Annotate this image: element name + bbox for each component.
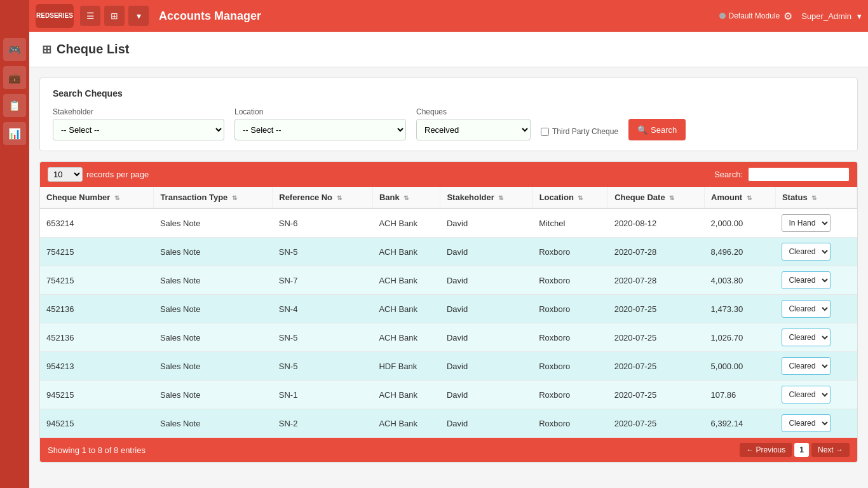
gear-icon[interactable]: ⚙: [783, 10, 792, 22]
current-page: 1: [794, 443, 809, 457]
sidebar-item-chart[interactable]: 📊: [3, 122, 26, 145]
cell-cheque-date: 2020-07-25: [608, 409, 705, 438]
cell-bank: ACH Bank: [372, 238, 440, 266]
status-select[interactable]: In Hand Cleared: [782, 214, 831, 232]
cell-location: Roxboro: [532, 323, 608, 352]
cell-status: In Hand Cleared: [775, 266, 857, 295]
cheque-table: Cheque Number ⇅ Transaction Type ⇅ Refer…: [40, 187, 857, 438]
cell-status: In Hand Cleared: [775, 323, 857, 352]
col-reference-no[interactable]: Reference No ⇅: [273, 187, 373, 208]
third-party-checkbox[interactable]: [541, 128, 549, 136]
table-header-row: Cheque Number ⇅ Transaction Type ⇅ Refer…: [40, 187, 857, 208]
cell-transaction-type: Sales Note: [154, 266, 273, 295]
cell-status: In Hand Cleared: [775, 208, 857, 238]
col-stakeholder[interactable]: Stakeholder ⇅: [440, 187, 532, 208]
cell-transaction-type: Sales Note: [154, 323, 273, 352]
status-select[interactable]: In Hand Cleared: [782, 386, 831, 403]
sidebar-item-games[interactable]: 🎮: [3, 38, 26, 61]
table-search-input[interactable]: [748, 167, 850, 182]
col-amount[interactable]: Amount ⇅: [705, 187, 776, 208]
table-row: 653214 Sales Note SN-6 ACH Bank David Mi…: [40, 208, 857, 238]
pagination: ← Previous 1 Next →: [740, 443, 850, 457]
cell-cheque-number: 452136: [40, 295, 154, 323]
col-transaction-type[interactable]: Transaction Type ⇅: [154, 187, 273, 208]
user-info[interactable]: Super_Admin: [801, 11, 851, 21]
cell-transaction-type: Sales Note: [154, 381, 273, 409]
cell-status: In Hand Cleared: [775, 381, 857, 409]
cell-reference-no: SN-5: [273, 323, 373, 352]
cell-cheque-date: 2020-07-25: [608, 295, 705, 323]
cell-amount: 2,000.00: [705, 208, 776, 238]
cell-transaction-type: Sales Note: [154, 352, 273, 381]
cell-cheque-date: 2020-07-28: [608, 266, 705, 295]
cell-location: Roxboro: [532, 266, 608, 295]
next-page-button[interactable]: Next →: [811, 443, 850, 457]
status-select[interactable]: In Hand Cleared: [782, 329, 831, 346]
per-page-label: records per page: [86, 170, 149, 179]
main-area: RED SERIES ☰ ⊞ ▾ Accounts Manager Defaul…: [29, 0, 868, 488]
cheques-label: Cheques: [416, 107, 531, 116]
page-title: Cheque List: [57, 42, 129, 57]
stakeholder-group: Stakeholder -- Select --: [53, 107, 224, 140]
cell-bank: ACH Bank: [372, 381, 440, 409]
cell-reference-no: SN-5: [273, 352, 373, 381]
table-row: 754215 Sales Note SN-5 ACH Bank David Ro…: [40, 238, 857, 266]
status-select[interactable]: In Hand Cleared: [782, 414, 831, 432]
dropdown-button[interactable]: ▾: [128, 6, 149, 26]
cell-status: In Hand Cleared: [775, 238, 857, 266]
col-status[interactable]: Status ⇅: [775, 187, 857, 208]
cell-bank: ACH Bank: [372, 208, 440, 238]
prev-page-button[interactable]: ← Previous: [740, 443, 792, 457]
table-row: 954213 Sales Note SN-5 HDF Bank David Ro…: [40, 352, 857, 381]
per-page-select[interactable]: 10 25 50: [48, 167, 83, 182]
cell-status: In Hand Cleared: [775, 409, 857, 438]
cell-stakeholder: David: [440, 208, 532, 238]
third-party-group: Third Party Cheque: [541, 127, 618, 140]
cell-cheque-number: 452136: [40, 323, 154, 352]
third-party-label: Third Party Cheque: [552, 127, 618, 136]
col-cheque-date[interactable]: Cheque Date ⇅: [608, 187, 705, 208]
status-select[interactable]: In Hand Cleared: [782, 300, 831, 318]
sidebar-item-book[interactable]: 📋: [3, 94, 26, 117]
cell-bank: HDF Bank: [372, 352, 440, 381]
location-select[interactable]: -- Select --: [234, 119, 406, 140]
cell-transaction-type: Sales Note: [154, 295, 273, 323]
status-select[interactable]: In Hand Cleared: [782, 243, 831, 261]
col-cheque-number[interactable]: Cheque Number ⇅: [40, 187, 154, 208]
cheques-select[interactable]: ReceivedIssued: [416, 119, 531, 140]
cell-bank: ACH Bank: [372, 409, 440, 438]
cell-reference-no: SN-2: [273, 409, 373, 438]
table-footer: Showing 1 to 8 of 8 entries ← Previous 1…: [40, 438, 857, 462]
logo: RED SERIES: [36, 4, 74, 28]
table-panel: 10 25 50 records per page Search: Cheque…: [39, 161, 858, 463]
hamburger-button[interactable]: ☰: [80, 6, 100, 26]
search-icon: 🔍: [637, 125, 648, 135]
cell-status: In Hand Cleared: [775, 295, 857, 323]
status-select[interactable]: In Hand Cleared: [782, 271, 831, 289]
location-label: Location: [234, 107, 406, 116]
user-dropdown-icon[interactable]: ▾: [857, 11, 862, 21]
cell-reference-no: SN-7: [273, 266, 373, 295]
module-label: Default Module: [729, 11, 780, 20]
table-toolbar: 10 25 50 records per page Search:: [40, 162, 857, 187]
table-row: 945215 Sales Note SN-2 ACH Bank David Ro…: [40, 409, 857, 438]
cell-cheque-date: 2020-07-25: [608, 381, 705, 409]
cell-amount: 107.86: [705, 381, 776, 409]
cell-bank: ACH Bank: [372, 295, 440, 323]
status-select[interactable]: In Hand Cleared: [782, 357, 831, 375]
cell-reference-no: SN-4: [273, 295, 373, 323]
page-header: ⊞ Cheque List: [29, 32, 868, 67]
sidebar-item-briefcase[interactable]: 💼: [3, 66, 26, 89]
content-area: ⊞ Cheque List Search Cheques Stakeholder…: [29, 32, 868, 488]
cell-stakeholder: David: [440, 323, 532, 352]
cell-cheque-date: 2020-07-25: [608, 323, 705, 352]
stakeholder-select[interactable]: -- Select --: [53, 119, 224, 140]
grid-button[interactable]: ⊞: [104, 6, 125, 26]
col-bank[interactable]: Bank ⇅: [372, 187, 440, 208]
module-dot: [719, 13, 726, 19]
col-location[interactable]: Location ⇅: [532, 187, 608, 208]
cell-reference-no: SN-5: [273, 238, 373, 266]
stakeholder-label: Stakeholder: [53, 107, 224, 116]
search-button[interactable]: 🔍 Search: [628, 119, 686, 140]
footer-info: Showing 1 to 8 of 8 entries: [48, 445, 146, 455]
